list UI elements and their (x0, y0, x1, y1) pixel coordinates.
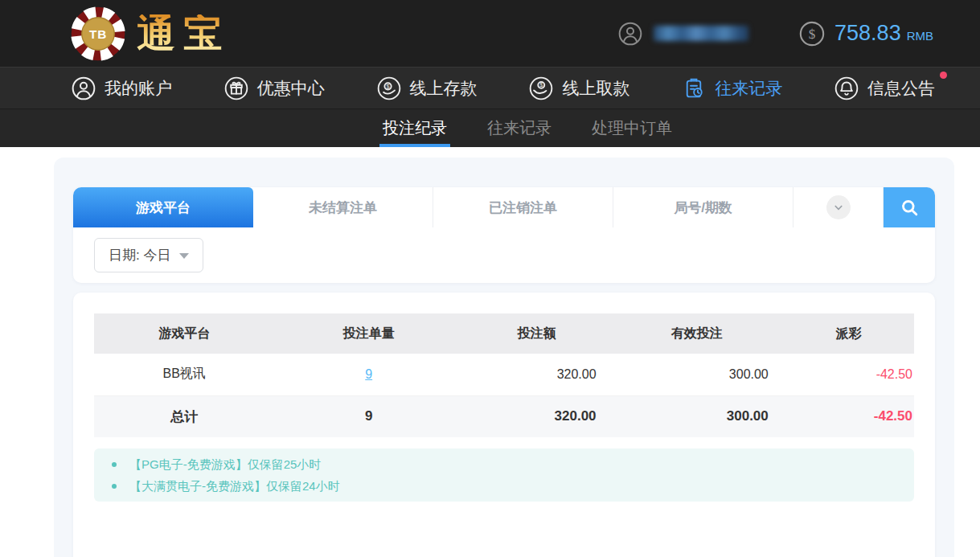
notification-dot-icon (940, 72, 947, 79)
cell-valid-bet: 300.00 (611, 354, 783, 395)
balance-amount: 758.83 (834, 21, 901, 46)
tab-label: 未结算注单 (309, 199, 377, 217)
sub-nav: 投注纪录 往来记录 处理中订单 (0, 109, 980, 147)
tab-label: 游戏平台 (136, 199, 191, 217)
main-nav: 我的账户 优惠中心 $ 线上存款 $ 线上取款 (0, 67, 980, 109)
svg-text:$: $ (540, 81, 543, 88)
search-button[interactable] (884, 187, 935, 227)
cell-total-label: 总计 (94, 395, 274, 437)
svg-text:$: $ (386, 82, 389, 89)
balance[interactable]: $ 758.83 RMB (798, 20, 933, 47)
tab-round-number[interactable]: 局号/期数 (613, 187, 793, 227)
avatar-icon (617, 21, 643, 47)
search-icon (899, 197, 921, 219)
table-row: BB视讯 9 320.00 300.00 -42.50 (94, 354, 914, 395)
chevron-circle (826, 195, 851, 219)
nav-label: 往来记录 (715, 77, 782, 100)
col-payout: 派彩 (783, 313, 914, 354)
bet-summary-table: 游戏平台 投注单量 投注额 有效投注 派彩 BB视讯 9 320.00 300.… (94, 313, 914, 437)
nav-item-announcements[interactable]: 信息公告 (834, 76, 935, 101)
header-right: $ 758.83 RMB (617, 20, 933, 47)
account-menu[interactable] (617, 21, 748, 47)
cell-total-payout: -42.50 (783, 395, 914, 437)
subnav-label: 往来记录 (487, 117, 552, 139)
table-header-row: 游戏平台 投注单量 投注额 有效投注 派彩 (94, 313, 914, 354)
chevron-down-icon (831, 200, 846, 215)
gift-icon (223, 76, 249, 101)
cell-total-valid-bet: 300.00 (611, 395, 783, 437)
brand-logo[interactable]: TB 通宝 (69, 5, 230, 63)
tab-game-platform[interactable]: 游戏平台 (73, 187, 253, 227)
subnav-processing-orders[interactable]: 处理中订单 (588, 109, 675, 147)
date-filter-dropdown[interactable]: 日期: 今日 (94, 238, 203, 272)
nav-label: 线上存款 (410, 77, 478, 100)
nav-item-deposit[interactable]: $ 线上存款 (376, 76, 478, 101)
retention-notes: 【PG电子-免费游戏】仅保留25小时 【大满贯电子-免费游戏】仅保留24小时 (94, 448, 914, 502)
nav-item-promotions[interactable]: 优惠中心 (223, 76, 325, 101)
nav-item-withdraw[interactable]: $ 线上取款 (528, 76, 629, 101)
chip-text: TB (89, 27, 107, 40)
filter-card: 游戏平台 未结算注单 已注销注单 局号/期数 (73, 187, 935, 283)
clipboard-clock-icon (681, 76, 707, 101)
bullet-icon (112, 484, 117, 489)
brand-name: 通宝 (137, 14, 230, 53)
cell-platform: BB视讯 (94, 354, 274, 395)
subnav-label: 投注纪录 (383, 117, 447, 139)
main-area: 游戏平台 未结算注单 已注销注单 局号/期数 (0, 147, 980, 557)
cell-bet-amount: 320.00 (463, 354, 611, 395)
date-filter-label: 日期: 今日 (109, 246, 170, 264)
bet-count-link[interactable]: 9 (365, 367, 372, 381)
bullet-icon (112, 462, 117, 467)
subnav-bet-records[interactable]: 投注纪录 (379, 109, 450, 147)
user-circle-icon (71, 76, 96, 101)
nav-label: 优惠中心 (257, 77, 325, 100)
svg-text:$: $ (809, 27, 816, 42)
nav-label: 我的账户 (105, 77, 172, 100)
tab-label: 局号/期数 (674, 199, 732, 217)
nav-item-transaction-records[interactable]: 往来记录 (681, 76, 782, 101)
col-game-platform: 游戏平台 (94, 313, 274, 354)
nav-label: 线上取款 (562, 77, 629, 100)
date-filter-row: 日期: 今日 (73, 227, 935, 272)
tab-label: 已注销注单 (489, 199, 557, 217)
top-header: TB 通宝 $ 758.83 RMB (0, 0, 980, 67)
results-card: 游戏平台 投注单量 投注额 有效投注 派彩 BB视讯 9 320.00 300.… (73, 293, 935, 557)
cell-total-bet-count: 9 (274, 395, 463, 437)
tab-cancelled-bets[interactable]: 已注销注单 (433, 187, 613, 227)
note-text: 【大满贯电子-免费游戏】仅保留24小时 (129, 475, 340, 497)
withdraw-coin-hand-icon: $ (528, 76, 554, 101)
cell-total-bet-amount: 320.00 (463, 395, 611, 437)
note-line: 【大满贯电子-免费游戏】仅保留24小时 (94, 475, 914, 497)
col-bet-count: 投注单量 (274, 313, 463, 354)
deposit-coin-hand-icon: $ (376, 76, 402, 101)
nav-item-my-account[interactable]: 我的账户 (71, 76, 172, 101)
col-bet-amount: 投注额 (463, 313, 611, 354)
nav-label: 信息公告 (867, 77, 935, 100)
balance-currency: RMB (907, 29, 933, 43)
tab-dropdown[interactable] (793, 187, 884, 227)
note-text: 【PG电子-免费游戏】仅保留25小时 (129, 453, 321, 475)
col-valid-bet: 有效投注 (611, 313, 783, 354)
cell-payout: -42.50 (783, 354, 914, 395)
bell-icon (834, 76, 859, 101)
content-panel: 游戏平台 未结算注单 已注销注单 局号/期数 (54, 158, 954, 557)
table-total-row: 总计 9 320.00 300.00 -42.50 (94, 395, 914, 437)
subnav-label: 处理中订单 (592, 117, 672, 139)
subnav-transaction-records[interactable]: 往来记录 (484, 109, 555, 147)
note-line: 【PG电子-免费游戏】仅保留25小时 (94, 453, 914, 475)
caret-down-icon (179, 253, 189, 259)
casino-chip-logo-icon: TB (69, 5, 127, 63)
tab-unsettled-bets[interactable]: 未结算注单 (253, 187, 433, 227)
filter-tabs: 游戏平台 未结算注单 已注销注单 局号/期数 (73, 187, 935, 227)
username-redacted (654, 26, 748, 41)
dollar-coin-icon: $ (798, 20, 826, 47)
